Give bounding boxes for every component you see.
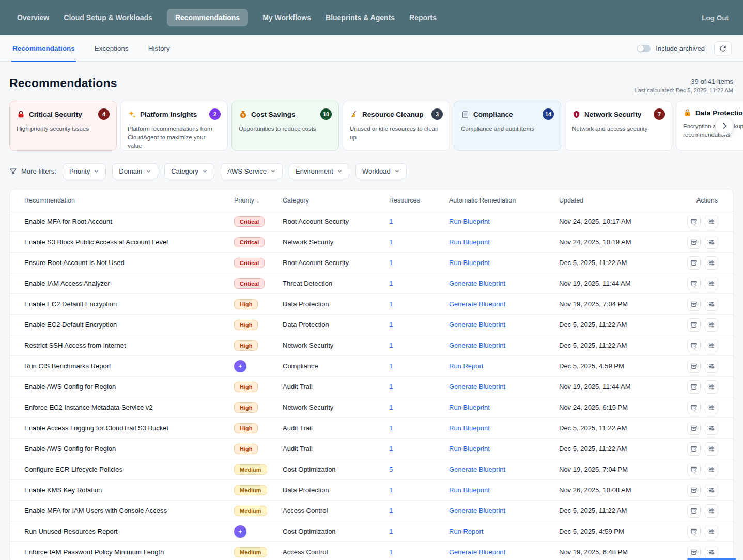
- category-card-cost-savings[interactable]: $Cost Savings10Opportunities to reduce c…: [231, 101, 339, 151]
- horizontal-scrollbar-thumb[interactable]: [687, 558, 736, 560]
- archive-button[interactable]: [687, 360, 701, 373]
- adjust-settings-button[interactable]: [705, 256, 718, 270]
- column-header-label: Priority: [234, 197, 254, 204]
- tab-recommendations[interactable]: Recommendations: [11, 35, 76, 62]
- resources-link[interactable]: 1: [389, 341, 449, 349]
- archive-button[interactable]: [687, 463, 701, 476]
- adjust-settings-button[interactable]: [705, 298, 718, 311]
- adjust-settings-button[interactable]: [705, 442, 718, 456]
- adjust-settings-button[interactable]: [705, 380, 718, 394]
- resources-link[interactable]: 1: [389, 279, 449, 287]
- refresh-button[interactable]: [714, 41, 732, 56]
- adjust-settings-button[interactable]: [705, 339, 718, 352]
- filter-dropdown-category[interactable]: Category: [164, 163, 214, 179]
- category-card-critical-security[interactable]: Critical Security4High priority security…: [9, 101, 117, 151]
- resources-link[interactable]: 1: [389, 321, 449, 329]
- resources-link[interactable]: 1: [389, 424, 449, 432]
- filter-dropdown-priority[interactable]: Priority: [63, 163, 106, 179]
- resources-link[interactable]: 1: [389, 527, 449, 535]
- resources-link[interactable]: 1: [389, 259, 449, 267]
- resources-link[interactable]: 1: [389, 362, 449, 370]
- archive-button[interactable]: [687, 380, 701, 394]
- archive-button[interactable]: [687, 525, 701, 538]
- adjust-settings-button[interactable]: [705, 504, 718, 518]
- resources-link[interactable]: 1: [389, 238, 449, 246]
- archive-button[interactable]: [687, 298, 701, 311]
- archive-button[interactable]: [687, 442, 701, 456]
- adjust-settings-button[interactable]: [705, 236, 718, 249]
- category-card-network-security[interactable]: Network Security7Network and access secu…: [565, 101, 672, 151]
- remediation-link[interactable]: Generate Blueprint: [449, 507, 559, 515]
- include-archived-toggle[interactable]: [637, 45, 651, 52]
- adjust-settings-button[interactable]: [705, 422, 718, 435]
- resources-link[interactable]: 1: [389, 548, 449, 556]
- remediation-link[interactable]: Run Report: [449, 527, 559, 535]
- resources-link[interactable]: 1: [389, 217, 449, 225]
- resources-link[interactable]: 1: [389, 486, 449, 494]
- topnav-item-cloud-setup-workloads[interactable]: Cloud Setup & Workloads: [64, 9, 152, 26]
- card-count-badge: 14: [543, 108, 554, 120]
- card-title: Resource Cleanup: [362, 111, 424, 118]
- adjust-settings-button[interactable]: [705, 463, 718, 476]
- archive-button[interactable]: [687, 318, 701, 332]
- adjust-settings-button[interactable]: [705, 546, 718, 559]
- archive-button[interactable]: [687, 256, 701, 270]
- resources-link[interactable]: 1: [389, 383, 449, 391]
- topnav-item-overview[interactable]: Overview: [17, 9, 49, 26]
- adjust-settings-button[interactable]: [705, 525, 718, 538]
- filter-dropdown-workload[interactable]: Workload: [355, 163, 407, 179]
- archive-button[interactable]: [687, 277, 701, 290]
- archive-button[interactable]: [687, 236, 701, 249]
- adjust-settings-button[interactable]: [705, 318, 718, 332]
- adjust-settings-button[interactable]: [705, 484, 718, 497]
- tab-exceptions[interactable]: Exceptions: [94, 35, 130, 62]
- remediation-link[interactable]: Run Blueprint: [449, 486, 559, 494]
- remediation-link[interactable]: Run Report: [449, 362, 559, 370]
- remediation-link[interactable]: Run Blueprint: [449, 238, 559, 246]
- remediation-link[interactable]: Generate Blueprint: [449, 465, 559, 473]
- archive-button[interactable]: [687, 422, 701, 435]
- filter-dropdown-environment[interactable]: Environment: [289, 163, 349, 179]
- category-card-resource-cleanup[interactable]: Resource Cleanup3Unused or idle resource…: [343, 101, 450, 151]
- remediation-link[interactable]: Run Blueprint: [449, 217, 559, 225]
- category-card-compliance[interactable]: Compliance14Compliance and audit items: [454, 101, 561, 151]
- remediation-link[interactable]: Run Blueprint: [449, 403, 559, 411]
- remediation-link[interactable]: Run Blueprint: [449, 445, 559, 453]
- remediation-link[interactable]: Run Blueprint: [449, 259, 559, 267]
- archive-button[interactable]: [687, 504, 701, 518]
- remediation-link[interactable]: Generate Blueprint: [449, 548, 559, 556]
- remediation-link[interactable]: Generate Blueprint: [449, 279, 559, 287]
- topnav-item-my-workflows[interactable]: My Workflows: [262, 9, 311, 26]
- topnav-item-reports[interactable]: Reports: [409, 9, 437, 26]
- remediation-link[interactable]: Generate Blueprint: [449, 383, 559, 391]
- carousel-next-button[interactable]: [715, 117, 734, 135]
- remediation-link[interactable]: Generate Blueprint: [449, 300, 559, 308]
- archive-button[interactable]: [687, 339, 701, 352]
- category-card-platform-insights[interactable]: Platform Insights2Platform recommendatio…: [120, 101, 228, 151]
- column-header-priority[interactable]: Priority↓: [234, 197, 283, 204]
- adjust-settings-button[interactable]: [705, 215, 718, 228]
- resources-link[interactable]: 1: [389, 445, 449, 453]
- adjust-settings-button[interactable]: [705, 277, 718, 290]
- archive-button[interactable]: [687, 215, 701, 228]
- adjust-settings-button[interactable]: [705, 401, 718, 414]
- filter-dropdown-aws-service[interactable]: AWS Service: [221, 163, 283, 179]
- resources-link[interactable]: 1: [389, 300, 449, 308]
- remediation-link[interactable]: Generate Blueprint: [449, 341, 559, 349]
- remediation-link[interactable]: Run Blueprint: [449, 424, 559, 432]
- archive-button[interactable]: [687, 546, 701, 559]
- resources-link[interactable]: 5: [389, 465, 449, 473]
- resources-link[interactable]: 1: [389, 507, 449, 515]
- category-cell: Root Account Security: [283, 259, 389, 267]
- remediation-link[interactable]: Generate Blueprint: [449, 321, 559, 329]
- logout-link[interactable]: Log Out: [702, 14, 729, 22]
- filter-dropdown-label: Category: [171, 167, 198, 175]
- archive-button[interactable]: [687, 484, 701, 497]
- filter-dropdown-domain[interactable]: Domain: [112, 163, 158, 179]
- resources-link[interactable]: 1: [389, 403, 449, 411]
- topnav-item-blueprints-agents[interactable]: Blueprints & Agents: [326, 9, 395, 26]
- archive-button[interactable]: [687, 401, 701, 414]
- tab-history[interactable]: History: [147, 35, 171, 62]
- topnav-item-recommendations[interactable]: Recommendations: [167, 9, 248, 26]
- adjust-settings-button[interactable]: [705, 360, 718, 373]
